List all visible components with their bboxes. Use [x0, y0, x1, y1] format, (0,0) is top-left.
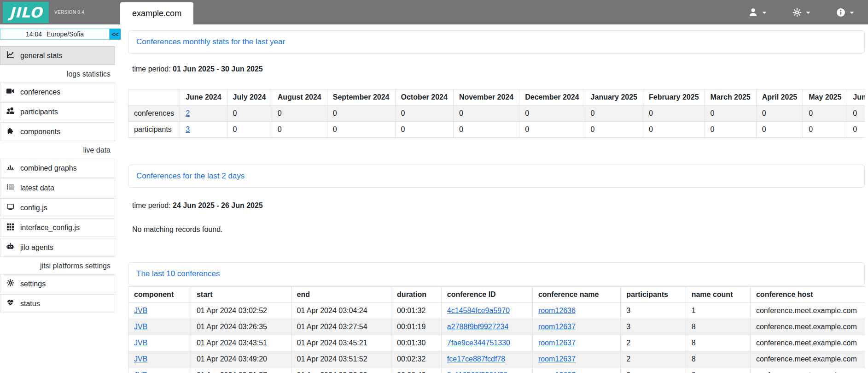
cell-duration: 00:01:30: [391, 335, 442, 351]
cell-conference-name: room12637: [532, 367, 620, 373]
cell-conference-name: room12637: [532, 335, 620, 351]
cell-conference-id: 4c14584fce9a5970: [441, 303, 532, 319]
sidebar-item-label: interface_config.js: [20, 224, 80, 232]
cell-duration: 00:02:32: [391, 351, 442, 367]
cell-participants: 3: [621, 303, 686, 319]
column-header-cell: component: [128, 287, 191, 303]
cell-component: JVB: [128, 303, 191, 319]
column-header-cell: name count: [686, 287, 750, 303]
monthly-value-cell: 0: [227, 106, 272, 122]
row-label: participants: [128, 122, 180, 138]
monthly-value-cell: 0: [643, 122, 705, 138]
monthly-value-cell: 0: [705, 106, 756, 122]
time-period-label: time period:: [132, 201, 171, 209]
sidebar-item-components[interactable]: components: [0, 122, 115, 141]
month-header-cell: January 2025: [585, 89, 643, 106]
app-logo[interactable]: JILO: [3, 2, 49, 23]
info-circle-icon: [836, 8, 845, 17]
sidebar-item-participants[interactable]: participants: [0, 102, 115, 121]
conference-id-link[interactable]: 8c116568f5201f28: [447, 371, 507, 373]
card-title-last-2-days[interactable]: Conferences for the last 2 days: [128, 165, 865, 188]
monthly-value-link[interactable]: 2: [186, 109, 190, 117]
component-link[interactable]: JVB: [134, 339, 147, 347]
cell-component: JVB: [128, 351, 191, 367]
monthly-value-cell: 2: [180, 106, 227, 122]
settings-menu-button[interactable]: [792, 8, 810, 17]
sidebar: 14:04 Europe/Sofia << general stats logs…: [0, 24, 115, 373]
version-label: VERSION 0.4: [54, 10, 84, 15]
sidebar-item-general-stats[interactable]: general stats: [0, 46, 115, 65]
cell-participants: 2: [621, 335, 686, 351]
monthly-value-cell: 0: [453, 122, 519, 138]
cell-start: 01 Apr 2024 03:26:35: [191, 319, 291, 335]
conference-id-link[interactable]: 7fae9ce344751330: [447, 339, 510, 347]
conference-name-link[interactable]: room12637: [538, 355, 576, 363]
cell-end: 01 Apr 2024 03:52:39: [291, 367, 391, 373]
month-header-cell: November 2024: [453, 89, 519, 106]
topbar: JILO VERSION 0.4 example.com: [0, 0, 868, 24]
table-row-conferences: conferences 2 000000000000: [128, 106, 865, 122]
sidebar-item-jilo-agents[interactable]: jilo agents: [0, 238, 115, 257]
monthly-value-cell: 0: [227, 122, 272, 138]
sidebar-section-live-data: live data: [0, 142, 115, 159]
user-menu-button[interactable]: [748, 7, 767, 17]
sidebar-item-conferences[interactable]: conferences: [0, 83, 115, 101]
puzzle-icon: [6, 127, 14, 136]
sidebar-item-settings[interactable]: settings: [0, 274, 115, 293]
cell-conference-name: room12637: [532, 351, 620, 367]
cell-start: 01 Apr 2024 03:49:20: [191, 351, 291, 367]
card-title-last-10-conferences[interactable]: The last 10 conferences: [128, 262, 865, 285]
cell-conference-host: conference.meet.example.com: [750, 303, 865, 319]
component-link[interactable]: JVB: [134, 355, 147, 363]
conference-name-link[interactable]: room12636: [538, 307, 576, 314]
sidebar-item-combined-graphs[interactable]: combined graphs: [0, 159, 115, 178]
sidebar-item-label: settings: [20, 280, 46, 288]
sidebar-item-label: jilo agents: [20, 243, 53, 252]
conference-id-link[interactable]: 4c14584fce9a5970: [447, 307, 510, 314]
monthly-value-cell: 0: [847, 106, 865, 122]
conference-name-link[interactable]: room12637: [538, 371, 576, 373]
site-tab[interactable]: example.com: [120, 2, 193, 24]
clock: 14:04 Europe/Sofia: [0, 29, 110, 40]
sidebar-item-label: general stats: [20, 52, 63, 60]
conference-name-link[interactable]: room12637: [538, 323, 576, 331]
month-header-cell: May 2025: [803, 89, 847, 106]
conference-id-link[interactable]: fce17ce887fcdf78: [447, 355, 505, 363]
month-header-cell: July 2024: [227, 89, 272, 106]
cell-conference-name: room12637: [532, 319, 620, 335]
cell-end: 01 Apr 2024 03:27:54: [291, 319, 391, 335]
cell-start: 01 Apr 2024 03:43:51: [191, 335, 291, 351]
sidebar-item-config-js[interactable]: config.js: [0, 198, 115, 217]
monthly-value-cell: 0: [395, 106, 453, 122]
conference-id-link[interactable]: a2788f9bf9927234: [447, 323, 508, 331]
card-title-monthly-stats[interactable]: Conferences monthly stats for the last y…: [128, 30, 865, 53]
column-header-cell: duration: [391, 287, 442, 303]
sidebar-item-latest-data[interactable]: latest data: [0, 178, 115, 197]
column-header-cell: start: [191, 287, 291, 303]
sidebar-item-label: combined graphs: [20, 164, 77, 172]
sidebar-item-label: participants: [20, 108, 58, 116]
component-link[interactable]: JVB: [134, 307, 147, 314]
month-header-cell: June 2025: [847, 89, 865, 106]
cell-component: JVB: [128, 335, 191, 351]
sidebar-menu: general stats logs statistics conference…: [0, 46, 115, 313]
monthly-value-cell: 0: [803, 122, 847, 138]
line-chart-icon: [6, 51, 14, 60]
info-menu-button[interactable]: [836, 8, 854, 17]
time-period-label: time period:: [132, 65, 171, 73]
monthly-value-link[interactable]: 3: [186, 125, 190, 133]
table-row: JVB 01 Apr 2024 03:43:51 01 Apr 2024 03:…: [128, 335, 865, 351]
component-link[interactable]: JVB: [134, 371, 147, 373]
sidebar-item-status[interactable]: status: [0, 294, 115, 313]
cell-conference-name: room12636: [532, 303, 620, 319]
component-link[interactable]: JVB: [134, 323, 147, 331]
topbar-menus: [748, 0, 868, 24]
column-header-cell: conference host: [750, 287, 865, 303]
sidebar-item-interface-config-js[interactable]: interface_config.js: [0, 218, 115, 237]
cell-conference-id: 7fae9ce344751330: [441, 335, 532, 351]
conference-name-link[interactable]: room12637: [538, 339, 576, 347]
no-records-message: No matching records found.: [132, 225, 865, 234]
bar-chart-icon: [6, 163, 14, 173]
monthly-value-cell: 0: [327, 122, 395, 138]
cell-name-count: 8: [686, 367, 750, 373]
